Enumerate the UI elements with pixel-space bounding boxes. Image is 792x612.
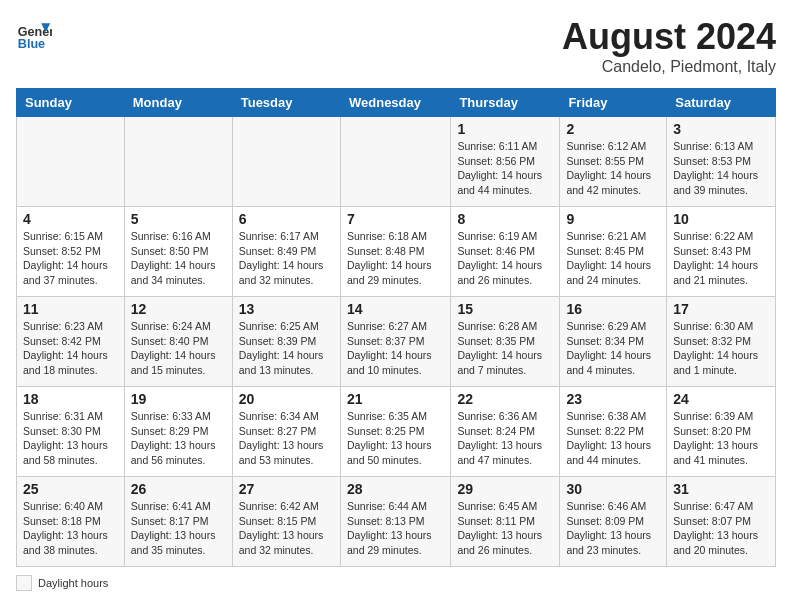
day-number: 4 [23, 211, 118, 227]
day-info: Sunrise: 6:25 AMSunset: 8:39 PMDaylight:… [239, 319, 334, 378]
day-info: Sunrise: 6:17 AMSunset: 8:49 PMDaylight:… [239, 229, 334, 288]
day-number: 25 [23, 481, 118, 497]
calendar-cell: 2Sunrise: 6:12 AMSunset: 8:55 PMDaylight… [560, 117, 667, 207]
day-info: Sunrise: 6:45 AMSunset: 8:11 PMDaylight:… [457, 499, 553, 558]
day-number: 8 [457, 211, 553, 227]
calendar-cell: 10Sunrise: 6:22 AMSunset: 8:43 PMDayligh… [667, 207, 776, 297]
day-info: Sunrise: 6:18 AMSunset: 8:48 PMDaylight:… [347, 229, 444, 288]
day-info: Sunrise: 6:24 AMSunset: 8:40 PMDaylight:… [131, 319, 226, 378]
calendar-cell: 25Sunrise: 6:40 AMSunset: 8:18 PMDayligh… [17, 477, 125, 567]
calendar-week-row: 1Sunrise: 6:11 AMSunset: 8:56 PMDaylight… [17, 117, 776, 207]
day-number: 26 [131, 481, 226, 497]
calendar-cell: 18Sunrise: 6:31 AMSunset: 8:30 PMDayligh… [17, 387, 125, 477]
day-info: Sunrise: 6:21 AMSunset: 8:45 PMDaylight:… [566, 229, 660, 288]
calendar-week-row: 4Sunrise: 6:15 AMSunset: 8:52 PMDaylight… [17, 207, 776, 297]
day-info: Sunrise: 6:47 AMSunset: 8:07 PMDaylight:… [673, 499, 769, 558]
day-info: Sunrise: 6:13 AMSunset: 8:53 PMDaylight:… [673, 139, 769, 198]
calendar-body: 1Sunrise: 6:11 AMSunset: 8:56 PMDaylight… [17, 117, 776, 567]
day-number: 23 [566, 391, 660, 407]
day-info: Sunrise: 6:35 AMSunset: 8:25 PMDaylight:… [347, 409, 444, 468]
location: Candelo, Piedmont, Italy [562, 58, 776, 76]
day-info: Sunrise: 6:46 AMSunset: 8:09 PMDaylight:… [566, 499, 660, 558]
day-number: 6 [239, 211, 334, 227]
day-number: 20 [239, 391, 334, 407]
day-info: Sunrise: 6:41 AMSunset: 8:17 PMDaylight:… [131, 499, 226, 558]
page-header: General Blue August 2024 Candelo, Piedmo… [16, 16, 776, 76]
calendar-week-row: 18Sunrise: 6:31 AMSunset: 8:30 PMDayligh… [17, 387, 776, 477]
calendar-week-row: 25Sunrise: 6:40 AMSunset: 8:18 PMDayligh… [17, 477, 776, 567]
calendar-cell: 30Sunrise: 6:46 AMSunset: 8:09 PMDayligh… [560, 477, 667, 567]
calendar-day-header: Saturday [667, 89, 776, 117]
day-info: Sunrise: 6:15 AMSunset: 8:52 PMDaylight:… [23, 229, 118, 288]
calendar-table: SundayMondayTuesdayWednesdayThursdayFrid… [16, 88, 776, 567]
calendar-cell: 15Sunrise: 6:28 AMSunset: 8:35 PMDayligh… [451, 297, 560, 387]
day-info: Sunrise: 6:22 AMSunset: 8:43 PMDaylight:… [673, 229, 769, 288]
day-info: Sunrise: 6:40 AMSunset: 8:18 PMDaylight:… [23, 499, 118, 558]
day-info: Sunrise: 6:44 AMSunset: 8:13 PMDaylight:… [347, 499, 444, 558]
day-number: 13 [239, 301, 334, 317]
calendar-cell: 22Sunrise: 6:36 AMSunset: 8:24 PMDayligh… [451, 387, 560, 477]
day-number: 24 [673, 391, 769, 407]
calendar-cell [232, 117, 340, 207]
calendar-day-header: Thursday [451, 89, 560, 117]
day-number: 22 [457, 391, 553, 407]
day-number: 21 [347, 391, 444, 407]
calendar-cell: 16Sunrise: 6:29 AMSunset: 8:34 PMDayligh… [560, 297, 667, 387]
svg-text:Blue: Blue [18, 37, 45, 51]
day-number: 27 [239, 481, 334, 497]
day-info: Sunrise: 6:38 AMSunset: 8:22 PMDaylight:… [566, 409, 660, 468]
legend-box [16, 575, 32, 591]
logo-icon: General Blue [16, 16, 52, 52]
title-block: August 2024 Candelo, Piedmont, Italy [562, 16, 776, 76]
daylight-label: Daylight hours [38, 577, 108, 589]
calendar-cell: 29Sunrise: 6:45 AMSunset: 8:11 PMDayligh… [451, 477, 560, 567]
calendar-cell: 23Sunrise: 6:38 AMSunset: 8:22 PMDayligh… [560, 387, 667, 477]
calendar-week-row: 11Sunrise: 6:23 AMSunset: 8:42 PMDayligh… [17, 297, 776, 387]
day-info: Sunrise: 6:11 AMSunset: 8:56 PMDaylight:… [457, 139, 553, 198]
calendar-cell: 17Sunrise: 6:30 AMSunset: 8:32 PMDayligh… [667, 297, 776, 387]
calendar-cell [17, 117, 125, 207]
day-info: Sunrise: 6:31 AMSunset: 8:30 PMDaylight:… [23, 409, 118, 468]
day-info: Sunrise: 6:39 AMSunset: 8:20 PMDaylight:… [673, 409, 769, 468]
calendar-cell: 12Sunrise: 6:24 AMSunset: 8:40 PMDayligh… [124, 297, 232, 387]
day-info: Sunrise: 6:12 AMSunset: 8:55 PMDaylight:… [566, 139, 660, 198]
calendar-cell: 19Sunrise: 6:33 AMSunset: 8:29 PMDayligh… [124, 387, 232, 477]
logo: General Blue [16, 16, 56, 52]
calendar-cell: 26Sunrise: 6:41 AMSunset: 8:17 PMDayligh… [124, 477, 232, 567]
calendar-cell [340, 117, 450, 207]
day-number: 2 [566, 121, 660, 137]
day-number: 1 [457, 121, 553, 137]
calendar-cell: 5Sunrise: 6:16 AMSunset: 8:50 PMDaylight… [124, 207, 232, 297]
day-info: Sunrise: 6:42 AMSunset: 8:15 PMDaylight:… [239, 499, 334, 558]
calendar-cell: 14Sunrise: 6:27 AMSunset: 8:37 PMDayligh… [340, 297, 450, 387]
day-info: Sunrise: 6:19 AMSunset: 8:46 PMDaylight:… [457, 229, 553, 288]
day-number: 7 [347, 211, 444, 227]
calendar-day-header: Tuesday [232, 89, 340, 117]
calendar-cell: 28Sunrise: 6:44 AMSunset: 8:13 PMDayligh… [340, 477, 450, 567]
day-info: Sunrise: 6:30 AMSunset: 8:32 PMDaylight:… [673, 319, 769, 378]
day-number: 16 [566, 301, 660, 317]
calendar-cell [124, 117, 232, 207]
calendar-cell: 31Sunrise: 6:47 AMSunset: 8:07 PMDayligh… [667, 477, 776, 567]
calendar-cell: 1Sunrise: 6:11 AMSunset: 8:56 PMDaylight… [451, 117, 560, 207]
legend: Daylight hours [16, 575, 776, 591]
calendar-day-header: Friday [560, 89, 667, 117]
calendar-cell: 27Sunrise: 6:42 AMSunset: 8:15 PMDayligh… [232, 477, 340, 567]
calendar-cell: 8Sunrise: 6:19 AMSunset: 8:46 PMDaylight… [451, 207, 560, 297]
day-number: 28 [347, 481, 444, 497]
day-number: 15 [457, 301, 553, 317]
day-info: Sunrise: 6:23 AMSunset: 8:42 PMDaylight:… [23, 319, 118, 378]
month-title: August 2024 [562, 16, 776, 58]
day-number: 14 [347, 301, 444, 317]
day-info: Sunrise: 6:28 AMSunset: 8:35 PMDaylight:… [457, 319, 553, 378]
calendar-cell: 9Sunrise: 6:21 AMSunset: 8:45 PMDaylight… [560, 207, 667, 297]
calendar-cell: 24Sunrise: 6:39 AMSunset: 8:20 PMDayligh… [667, 387, 776, 477]
calendar-cell: 7Sunrise: 6:18 AMSunset: 8:48 PMDaylight… [340, 207, 450, 297]
day-info: Sunrise: 6:34 AMSunset: 8:27 PMDaylight:… [239, 409, 334, 468]
day-number: 19 [131, 391, 226, 407]
day-number: 31 [673, 481, 769, 497]
calendar-cell: 20Sunrise: 6:34 AMSunset: 8:27 PMDayligh… [232, 387, 340, 477]
day-number: 17 [673, 301, 769, 317]
calendar-day-header: Wednesday [340, 89, 450, 117]
calendar-cell: 4Sunrise: 6:15 AMSunset: 8:52 PMDaylight… [17, 207, 125, 297]
